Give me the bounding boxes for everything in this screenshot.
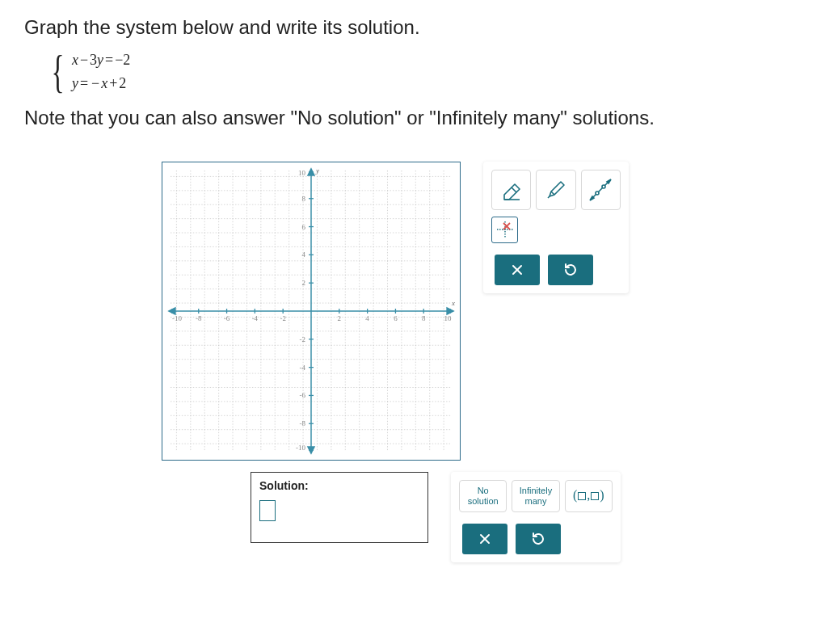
left-brace: { [51, 52, 64, 92]
answer-reset-button[interactable] [516, 524, 561, 554]
eraser-tool[interactable] [491, 170, 531, 210]
solution-label: Solution: [259, 479, 419, 492]
placeholder-box-icon [578, 492, 586, 500]
x-tick-8: 8 [422, 314, 426, 322]
remove-point-icon [495, 220, 515, 239]
y-axis-label: y [315, 166, 319, 175]
question-note: Note that you can also answer "No soluti… [24, 107, 793, 129]
pencil-tool[interactable] [536, 170, 575, 210]
y-tick-n10: -10 [296, 444, 305, 452]
pencil-icon [545, 179, 567, 201]
clear-icon [511, 263, 524, 276]
answer-options-row: Nosolution Infinitelymany (,) [459, 480, 613, 512]
answer-action-row [459, 524, 613, 554]
tool-action-row [491, 255, 621, 285]
answer-options-panel: Nosolution Infinitelymany (,) [451, 472, 621, 562]
no-solution-option[interactable]: Nosolution [459, 480, 507, 512]
svg-point-71 [602, 185, 605, 188]
system-of-equations: { x−3y=−2 y=−x+2 [47, 48, 793, 95]
x-tick-2: 2 [338, 314, 341, 322]
svg-marker-69 [607, 179, 611, 183]
tool-row-top [491, 170, 621, 210]
eraser-icon [500, 179, 523, 201]
y-tick-8: 8 [302, 194, 306, 202]
clear-icon [478, 532, 491, 545]
answer-clear-button[interactable] [462, 524, 507, 554]
reset-icon [531, 532, 545, 546]
equation-2: y=−x+2 [72, 72, 130, 95]
y-tick-10: 10 [298, 169, 305, 177]
line-tool[interactable] [581, 170, 621, 210]
x-tick-n4: -4 [252, 314, 259, 322]
y-tick-n8: -8 [300, 419, 306, 427]
y-tick-n6: -6 [300, 391, 306, 399]
x-tick-n8: -8 [196, 314, 202, 322]
y-tick-2: 2 [302, 279, 305, 287]
solution-input[interactable] [259, 500, 276, 521]
y-tick-4: 4 [302, 250, 306, 259]
y-tick-n4: -4 [300, 363, 306, 371]
x-tick-n2: -2 [280, 314, 285, 322]
remove-point-tool[interactable] [491, 217, 518, 243]
drawing-tool-panel [483, 162, 629, 293]
y-tick-6: 6 [302, 222, 306, 230]
svg-line-67 [592, 181, 609, 199]
reset-button[interactable] [548, 255, 593, 285]
svg-point-70 [596, 192, 599, 195]
graph-canvas[interactable]: 2 4 6 8 10 -2 -4 -6 -8 -10 2 4 6 8 10 -2… [162, 162, 461, 461]
y-tick-n2: -2 [300, 335, 305, 343]
svg-marker-68 [590, 196, 594, 200]
x-tick-10: 10 [444, 314, 452, 322]
infinitely-many-option[interactable]: Infinitelymany [512, 480, 559, 512]
reset-icon [563, 263, 578, 277]
clear-button[interactable] [495, 255, 540, 285]
x-tick-n6: -6 [224, 314, 230, 322]
x-axis-label: x [451, 299, 455, 307]
equation-1: x−3y=−2 [72, 48, 130, 72]
x-tick-4: 4 [365, 314, 369, 322]
ordered-pair-option[interactable]: (,) [565, 480, 613, 512]
placeholder-box-icon [591, 492, 599, 500]
question-prompt: Graph the system below and write its sol… [24, 16, 793, 39]
x-tick-6: 6 [394, 314, 398, 322]
x-tick-n10: -10 [172, 314, 182, 322]
line-icon [588, 178, 613, 202]
solution-box: Solution: [251, 472, 428, 543]
